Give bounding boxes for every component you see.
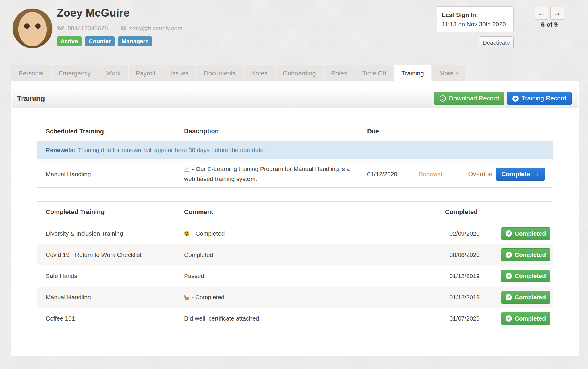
tab-more[interactable]: More ▾: [432, 65, 465, 81]
arrow-left-icon: ←: [538, 9, 545, 18]
completed-date: 08/06/2020: [449, 251, 501, 258]
last-sign-in-label: Last Sign In:: [442, 10, 508, 20]
table-row: Covid 19 - Return to Work Checklist Comp…: [37, 244, 553, 265]
completed-date: 01/12/2019: [449, 273, 501, 279]
completed-badge-label: Completed: [514, 230, 546, 237]
renewal-tag: Renewal: [407, 171, 453, 178]
training-comment: - Completed: [184, 230, 449, 237]
download-record-label: Download Record: [449, 95, 499, 102]
phone-number: 004412345678: [67, 25, 108, 32]
training-comment: - Completed: [184, 294, 449, 301]
completed-badge[interactable]: ✔ Completed: [501, 227, 550, 240]
scheduled-description-text: - Our E-Learning training Program for Ma…: [184, 166, 350, 182]
check-icon: ✔: [506, 294, 512, 300]
prev-employee-button[interactable]: ←: [535, 7, 548, 20]
tab-emergency[interactable]: Emergency: [52, 65, 98, 81]
training-name: Manual Handling: [37, 294, 184, 301]
section-header: Training ↓ Download Record + Training Re…: [12, 89, 578, 108]
group-badge-managers: Managers: [118, 36, 152, 46]
avatar: [13, 9, 52, 48]
completed-badge-label: Completed: [514, 294, 546, 301]
training-name: Diversity & Inclusion Training: [37, 230, 184, 237]
tab-work[interactable]: Work: [99, 65, 128, 81]
overdue-status: Overdue: [453, 170, 492, 178]
table-row: Manual Handling - Completed 01/12/2019 ✔…: [37, 287, 553, 308]
training-comment-text: - Completed: [192, 230, 225, 237]
training-comment: Did well, certificate attached.: [184, 315, 449, 322]
tab-roles[interactable]: Roles: [324, 65, 354, 81]
training-panel: Training ↓ Download Record + Training Re…: [11, 81, 579, 356]
status-badge-active: Active: [57, 36, 82, 46]
check-icon: ✔: [506, 252, 512, 258]
completed-badge[interactable]: ✔ Completed: [501, 270, 550, 282]
envelope-icon: ✉: [121, 24, 126, 32]
table-row: Safe Hands Passed. 01/12/2019 ✔ Complete…: [37, 265, 553, 287]
training-comment: Passed.: [184, 273, 449, 279]
column-completed: Completed: [445, 208, 497, 216]
section-title: Training: [17, 94, 45, 103]
training-name: Coffee 101: [37, 315, 184, 322]
completed-badge[interactable]: ✔ Completed: [501, 312, 550, 325]
thumbs-up-icon: [184, 295, 189, 300]
complete-label: Complete: [501, 170, 530, 178]
training-comment-text: - Completed: [192, 294, 224, 300]
completed-date: 02/09/2020: [449, 230, 501, 237]
tab-more-label: More: [439, 70, 454, 77]
tab-issues[interactable]: Issues: [163, 65, 196, 81]
training-comment-text: Did well, certificate attached.: [184, 315, 261, 322]
tab-training[interactable]: Training: [394, 65, 431, 81]
scheduled-table-header: Scheduled Training Description Due: [37, 122, 553, 141]
add-training-record-button[interactable]: + Training Record: [507, 92, 572, 105]
profile-tabbar: Personal Emergency Work Payroll Issues D…: [11, 65, 465, 81]
column-comment: Comment: [184, 208, 445, 216]
next-employee-button[interactable]: →: [550, 7, 564, 20]
completed-date: 01/12/2019: [449, 294, 501, 301]
last-sign-in-box: Last Sign In: 11:13 on Nov 30th 2020: [437, 6, 514, 32]
page-title: Zoey McGuire: [57, 7, 182, 19]
check-icon: ✔: [506, 315, 512, 322]
completed-date: 01/07/2020: [449, 315, 501, 322]
training-comment-text: Passed.: [184, 273, 206, 279]
table-row: Manual Handling - Our E-Learning trainin…: [37, 161, 553, 187]
column-due: Due: [367, 128, 407, 135]
chevron-down-icon: ▾: [456, 71, 458, 76]
arrow-right-icon: →: [554, 9, 561, 18]
renewals-notice-prefix: Renewals:: [46, 147, 76, 154]
completed-badge[interactable]: ✔ Completed: [501, 291, 550, 304]
scheduled-description: - Our E-Learning training Program for Ma…: [184, 164, 367, 184]
renewals-notice-text: Training due for renewal will appear her…: [78, 147, 265, 154]
complete-button[interactable]: Complete →: [496, 168, 545, 181]
tab-timeoff[interactable]: Time Off: [355, 65, 393, 81]
download-record-button[interactable]: ↓ Download Record: [434, 92, 504, 105]
tab-personal[interactable]: Personal: [11, 65, 51, 81]
completed-table-header: Completed Training Comment Completed: [37, 202, 553, 223]
tab-documents[interactable]: Documents: [197, 65, 243, 81]
download-icon: ↓: [440, 95, 446, 102]
tab-notes[interactable]: Notes: [244, 65, 274, 81]
renewals-notice: Renewals: Training due for renewal will …: [37, 141, 553, 161]
completed-badge-label: Completed: [514, 273, 546, 279]
training-comment: Completed: [184, 251, 449, 258]
last-sign-in-value: 11:13 on Nov 30th 2020: [442, 20, 508, 29]
table-row: Coffee 101 Did well, certificate attache…: [37, 308, 553, 329]
group-badge-counter: Counter: [85, 36, 115, 46]
completed-training-table: Completed Training Comment Completed Div…: [37, 201, 553, 329]
training-name: Safe Hands: [37, 273, 184, 279]
header-divider: [523, 4, 523, 48]
due-date: 01/12/2020: [367, 171, 407, 178]
check-icon: ✔: [506, 230, 512, 237]
completed-badge-label: Completed: [514, 251, 546, 258]
phone-icon: ☎: [57, 24, 65, 32]
completed-badge[interactable]: ✔ Completed: [501, 248, 550, 261]
column-completed-training: Completed Training: [37, 208, 184, 216]
deactivate-button[interactable]: Deactivate: [479, 36, 514, 49]
training-comment-text: Completed: [184, 251, 213, 258]
add-training-record-label: Training Record: [521, 95, 566, 102]
column-scheduled-training: Scheduled Training: [37, 128, 184, 135]
table-row: Diversity & Inclusion Training - Complet…: [37, 223, 553, 244]
smiley-icon: [184, 231, 189, 236]
tab-onboarding[interactable]: Onboarding: [276, 65, 323, 81]
tab-payroll[interactable]: Payroll: [129, 65, 162, 81]
scheduled-training-table: Scheduled Training Description Due Renew…: [37, 122, 553, 188]
check-icon: ✔: [506, 273, 512, 279]
